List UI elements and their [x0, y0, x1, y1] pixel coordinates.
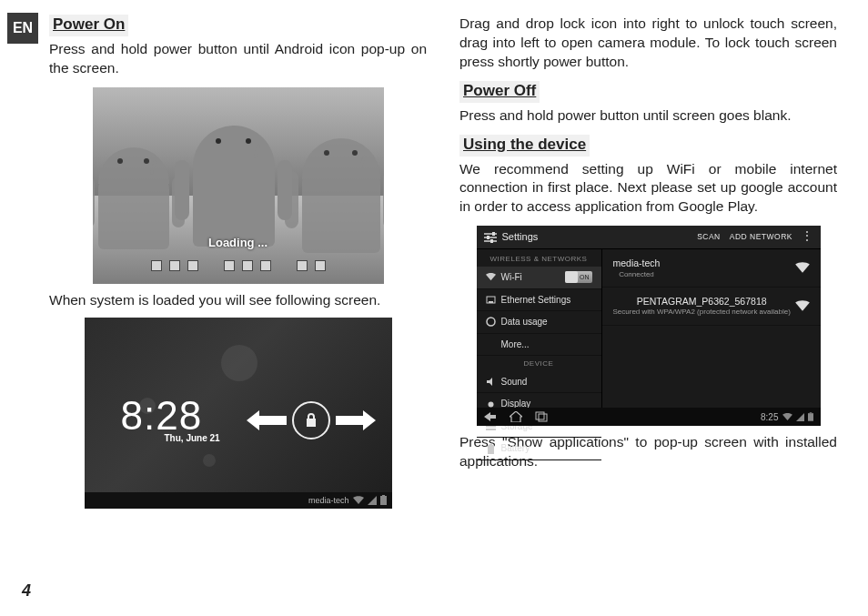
svg-point-15 — [488, 401, 493, 407]
page-number: 4 — [22, 580, 31, 601]
sidebar-item-more[interactable]: More... — [477, 334, 601, 357]
svg-rect-4 — [382, 495, 385, 496]
language-tab: EN — [7, 13, 38, 44]
settings-sidebar: WIRELESS & NETWORKS Wi-Fi ON Ethernet Se… — [477, 249, 602, 408]
para-power-off: Press and hold power button until screen… — [459, 106, 837, 126]
battery-icon — [808, 412, 813, 421]
signal-icon — [368, 496, 377, 505]
right-column: Drag and drop lock icon into right to un… — [459, 15, 837, 601]
settings-title: Settings — [502, 230, 539, 244]
sound-icon — [486, 377, 496, 387]
category-wireless: WIRELESS & NETWORKS — [477, 251, 601, 267]
svg-rect-12 — [489, 301, 493, 303]
network-status: Secured with WPA/WPA2 (protected network… — [613, 308, 791, 318]
nav-back-icon[interactable] — [484, 411, 497, 422]
action-scan[interactable]: SCAN — [697, 232, 721, 242]
sidebar-label: Data usage — [501, 316, 548, 328]
loading-progress — [93, 260, 384, 271]
svg-marker-1 — [336, 410, 376, 430]
nav-home-icon[interactable] — [510, 411, 522, 422]
lockscreen-date: Thu, June 21 — [165, 432, 220, 445]
sidebar-item-sound[interactable]: Sound — [477, 371, 601, 394]
wifi-icon — [353, 496, 364, 505]
svg-marker-0 — [247, 410, 287, 430]
svg-marker-2 — [368, 496, 377, 505]
figure-settings-wrap: Settings SCAN ADD NETWORK ⋮ WIRELESS & N… — [459, 226, 837, 426]
sidebar-item-data-usage[interactable]: Data usage — [477, 311, 601, 334]
para-using-device: We recommend setting up WiFi or mobile i… — [459, 160, 837, 217]
sidebar-label: Sound — [501, 376, 528, 389]
svg-rect-8 — [492, 232, 495, 236]
svg-rect-18 — [486, 429, 496, 430]
nav-recent-icon[interactable] — [535, 411, 548, 422]
data-usage-icon — [486, 317, 496, 327]
svg-marker-14 — [487, 378, 492, 386]
signal-icon — [796, 413, 804, 421]
svg-rect-19 — [488, 445, 494, 454]
svg-rect-24 — [808, 413, 813, 421]
svg-rect-6 — [484, 237, 497, 238]
unlock-control[interactable] — [247, 401, 376, 439]
settings-actionbar: Settings SCAN ADD NETWORK ⋮ — [477, 226, 821, 249]
figure-lockscreen-wrap: 8:28 Thu, June 21 media-tech — [49, 318, 427, 509]
heading-power-on: Power On — [49, 15, 128, 36]
left-column: Power On Press and hold power button unt… — [49, 15, 427, 601]
svg-rect-9 — [487, 236, 490, 239]
para-unlock-instructions: Drag and drop lock icon into right to un… — [459, 15, 837, 72]
lock-icon — [305, 413, 318, 428]
settings-navbar: 8:25 — [477, 408, 821, 426]
sidebar-item-wifi[interactable]: Wi-Fi ON — [477, 267, 601, 289]
wifi-icon — [782, 413, 792, 421]
wifi-icon — [486, 272, 496, 282]
svg-point-13 — [487, 318, 495, 326]
settings-main: media-tech Connected PENTAGRAM_P6362_567… — [602, 249, 821, 408]
sidebar-label: Wi-Fi — [501, 271, 522, 284]
wifi-network-row[interactable]: media-tech Connected — [602, 249, 821, 288]
sidebar-label: Battery — [501, 442, 530, 455]
figure-settings: Settings SCAN ADD NETWORK ⋮ WIRELESS & N… — [477, 226, 821, 426]
lock-ring[interactable] — [292, 401, 330, 439]
sidebar-item-battery[interactable]: Battery — [477, 438, 601, 460]
svg-rect-25 — [809, 413, 812, 414]
svg-marker-23 — [796, 413, 804, 421]
category-device: DEVICE — [477, 356, 601, 371]
caption-system-loaded: When system is loaded you will see follo… — [49, 291, 427, 310]
svg-rect-3 — [380, 496, 387, 505]
battery-icon — [380, 495, 387, 505]
svg-rect-10 — [490, 239, 493, 243]
figure-boot-wrap: Loading ... — [49, 87, 427, 284]
network-name: PENTAGRAM_P6362_567818 — [613, 295, 791, 308]
arrow-right-icon — [336, 410, 376, 430]
wifi-toggle[interactable]: ON — [565, 271, 592, 283]
page-columns: Power On Press and hold power button unt… — [49, 15, 837, 601]
loading-label: Loading ... — [93, 235, 384, 251]
overflow-menu-icon[interactable]: ⋮ — [802, 232, 813, 242]
action-add-network[interactable]: ADD NETWORK — [730, 232, 792, 242]
arrow-left-icon — [247, 410, 287, 430]
svg-rect-22 — [539, 414, 547, 421]
figure-android-boot: Loading ... — [93, 87, 384, 284]
lockscreen-statusbar: media-tech — [85, 492, 392, 509]
settings-sliders-icon — [484, 232, 497, 243]
wifi-signal-icon — [795, 262, 810, 274]
svg-rect-21 — [536, 412, 544, 419]
wifi-network-row[interactable]: PENTAGRAM_P6362_567818 Secured with WPA/… — [602, 288, 821, 326]
figure-lockscreen: 8:28 Thu, June 21 media-tech — [85, 318, 392, 509]
network-status: Connected — [613, 270, 661, 280]
sidebar-item-ethernet[interactable]: Ethernet Settings — [477, 289, 601, 312]
sidebar-label: More... — [501, 338, 530, 351]
svg-rect-20 — [490, 444, 492, 445]
battery-icon — [486, 444, 496, 454]
network-name: media-tech — [613, 257, 661, 269]
sidebar-label: Ethernet Settings — [501, 294, 571, 307]
heading-power-off: Power Off — [459, 81, 540, 103]
brand-label: media-tech — [308, 495, 349, 506]
para-power-on: Press and hold power button until Androi… — [49, 40, 427, 78]
wifi-signal-secure-icon — [795, 300, 810, 312]
navbar-clock: 8:25 — [761, 411, 778, 424]
ethernet-icon — [486, 295, 496, 305]
heading-using-device: Using the device — [459, 135, 590, 157]
